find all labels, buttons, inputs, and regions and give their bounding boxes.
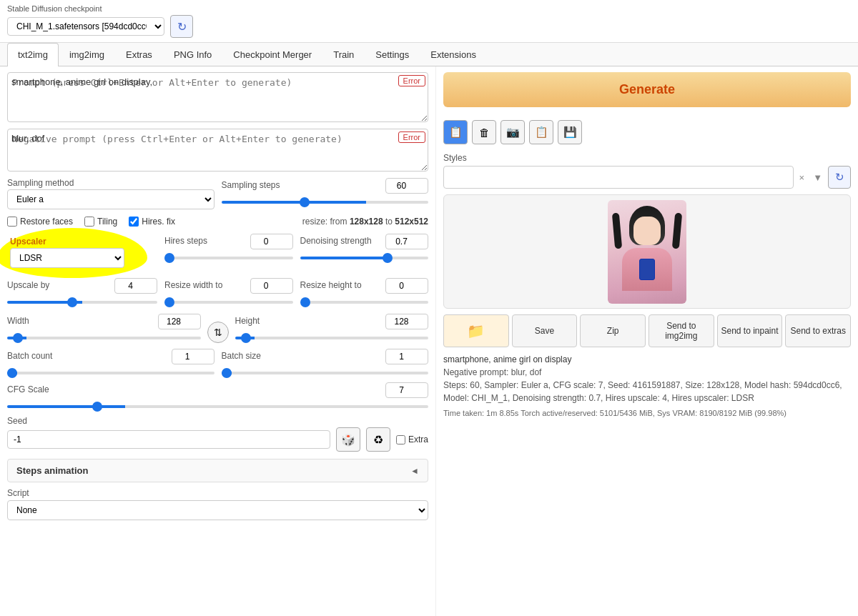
tab-checkpoint-merger[interactable]: Checkpoint Merger xyxy=(222,43,322,66)
paste-icon-button[interactable]: 📋 xyxy=(443,120,468,144)
resize-height-slider[interactable] xyxy=(300,301,429,304)
clipboard-icon-button[interactable]: 📋 xyxy=(529,120,553,144)
save-icon: 💾 xyxy=(563,126,577,139)
denoising-slider[interactable] xyxy=(300,257,429,259)
hires-steps-input[interactable] xyxy=(250,234,293,249)
tab-img2img[interactable]: img2img xyxy=(59,43,115,66)
batch-size-slider[interactable] xyxy=(222,372,429,374)
styles-clear-button[interactable]: × xyxy=(797,171,808,184)
batch-count-slider[interactable] xyxy=(7,372,214,374)
anime-body xyxy=(622,248,672,291)
tab-extras[interactable]: Extras xyxy=(115,43,163,66)
negative-prompt-value: blur, dof xyxy=(511,367,542,377)
preview-inner xyxy=(443,194,851,309)
options-row: Restore faces Tiling Hires. fix resize: … xyxy=(7,217,428,227)
styles-input[interactable] xyxy=(443,166,794,189)
hires-fix-checkbox[interactable] xyxy=(129,217,139,227)
width-input[interactable] xyxy=(158,314,201,329)
batch-count-label: Batch count xyxy=(7,351,52,361)
denoising-input[interactable] xyxy=(385,234,428,249)
hires-fix-option[interactable]: Hires. fix xyxy=(129,217,175,227)
anime-image xyxy=(608,200,686,304)
seed-label: Seed xyxy=(7,416,428,426)
styles-dropdown-button[interactable]: ▼ xyxy=(810,171,825,184)
width-group: Width xyxy=(7,314,201,342)
hair-left xyxy=(612,212,622,249)
restore-faces-checkbox[interactable] xyxy=(7,217,17,227)
upscale-by-input[interactable] xyxy=(114,278,157,294)
height-label: Height xyxy=(235,316,260,326)
sampling-method-select[interactable]: Euler a xyxy=(7,189,214,209)
cfg-input[interactable] xyxy=(385,382,428,398)
folder-button[interactable]: 📁 xyxy=(443,314,509,347)
styles-refresh-button[interactable]: ↻ xyxy=(828,166,851,189)
recycle-icon: ♻ xyxy=(373,433,383,447)
tab-train[interactable]: Train xyxy=(322,43,365,66)
steps-animation-bar[interactable]: Steps animation ◄ xyxy=(7,459,428,482)
tiling-option[interactable]: Tiling xyxy=(84,217,117,227)
send-inpaint-button[interactable]: Send to inpaint xyxy=(717,314,783,347)
tab-png-info[interactable]: PNG Info xyxy=(163,43,222,66)
restore-faces-option[interactable]: Restore faces xyxy=(7,217,73,227)
hires-steps-slider[interactable] xyxy=(164,257,293,259)
seed-dice-button[interactable]: 🎲 xyxy=(336,427,360,452)
zip-button[interactable]: Zip xyxy=(580,314,646,347)
seed-input[interactable] xyxy=(7,430,330,449)
dice-icon: 🎲 xyxy=(341,433,355,447)
tab-extensions[interactable]: Extensions xyxy=(420,43,487,66)
cfg-label: CFG Scale xyxy=(7,384,49,394)
batch-count-input[interactable] xyxy=(172,349,214,364)
swap-dimensions-button[interactable]: ⇅ xyxy=(207,322,229,343)
batch-size-input[interactable] xyxy=(385,349,428,364)
save-button[interactable]: Save xyxy=(512,314,578,347)
styles-section: Styles × ▼ ↻ xyxy=(443,153,851,189)
seed-extra-option[interactable]: Extra xyxy=(396,434,428,444)
image-info-section: smartphone, anime girl on display Negati… xyxy=(443,353,851,419)
upscale-by-label: Upscale by xyxy=(7,280,49,290)
sampling-steps-col: Sampling steps xyxy=(222,178,429,206)
batch-size-group: Batch size xyxy=(222,349,429,377)
resize-width-input[interactable] xyxy=(250,278,293,294)
tab-settings[interactable]: Settings xyxy=(365,43,420,66)
left-panel: smartphone, anime girl on display, Error… xyxy=(0,66,436,616)
sampling-steps-input[interactable] xyxy=(385,178,428,194)
upscaler-select[interactable]: LDSR xyxy=(10,248,124,268)
script-select[interactable]: None xyxy=(7,500,428,520)
resize-width-group: Resize width to xyxy=(164,278,293,306)
swap-btn-container: ⇅ xyxy=(205,312,231,343)
height-input[interactable] xyxy=(385,314,428,329)
trash-icon-button[interactable]: 🗑 xyxy=(472,120,496,144)
tiling-checkbox[interactable] xyxy=(84,217,94,227)
resize-width-slider[interactable] xyxy=(164,301,293,304)
denoising-label: Denoising strength xyxy=(300,236,372,246)
styles-label: Styles xyxy=(443,153,848,163)
height-slider[interactable] xyxy=(235,337,429,339)
upscale-by-slider[interactable] xyxy=(7,301,157,304)
denoising-header: Denoising strength xyxy=(300,234,429,249)
width-slider[interactable] xyxy=(7,337,201,339)
wh-row: Width ⇅ Height xyxy=(7,312,428,343)
hires-steps-group: Hires steps xyxy=(164,234,293,271)
checkpoint-refresh-button[interactable]: ↻ xyxy=(170,15,193,38)
tab-txt2img[interactable]: txt2img xyxy=(7,43,59,66)
checkpoint-row: CHI_M_1.safetensors [594dcd0cc6] ↻ xyxy=(7,15,851,38)
send-img2img-button[interactable]: Send to img2img xyxy=(649,314,714,347)
sampling-steps-label: Sampling steps xyxy=(222,180,280,190)
sampling-section: Sampling method Euler a Sampling steps xyxy=(7,178,428,209)
info-prompt: smartphone, anime girl on display xyxy=(443,353,851,366)
cfg-slider[interactable] xyxy=(7,405,428,408)
save-icon-button[interactable]: 💾 xyxy=(558,120,582,144)
camera-icon-button[interactable]: 📷 xyxy=(500,120,525,144)
negative-prompt-input[interactable] xyxy=(7,129,428,172)
send-extras-button[interactable]: Send to extras xyxy=(785,314,851,347)
seed-recycle-button[interactable]: ♻ xyxy=(366,427,390,452)
generate-button[interactable]: Generate xyxy=(443,72,851,107)
image-preview-area xyxy=(443,194,851,309)
denoising-group: Denoising strength xyxy=(300,234,429,271)
sampling-steps-slider[interactable] xyxy=(222,201,429,204)
checkpoint-select[interactable]: CHI_M_1.safetensors [594dcd0cc6] xyxy=(7,17,164,36)
collapse-arrow: ◄ xyxy=(410,466,419,476)
resize-height-input[interactable] xyxy=(385,278,428,294)
styles-row: × ▼ ↻ xyxy=(443,166,851,189)
seed-extra-checkbox[interactable] xyxy=(396,435,405,444)
